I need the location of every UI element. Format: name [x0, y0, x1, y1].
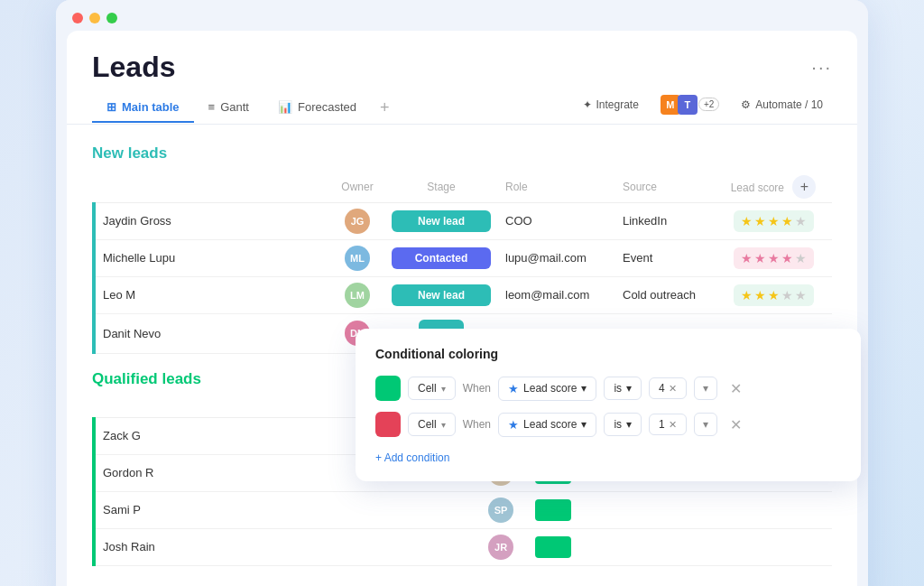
automate-label: Automate / 10: [755, 98, 823, 111]
value-badge-1[interactable]: 4 ✕: [649, 377, 687, 399]
window-body: Leads ··· ⊞ Main table ≡ Gantt 📊 Forecas…: [67, 31, 857, 586]
lead-owner: LM: [330, 276, 384, 313]
cell-label-1: Cell: [418, 382, 437, 395]
stage-badge: New lead: [392, 284, 491, 306]
chevron-icon: ▾: [626, 418, 632, 431]
cell-select-2[interactable]: Cell ▾: [408, 413, 456, 436]
tab-forecasted[interactable]: 📊 Forecasted: [263, 93, 371, 123]
lead-name: Danit Nevo: [94, 313, 330, 353]
tab-main-table[interactable]: ⊞ Main table: [92, 93, 194, 123]
table-icon: ⊞: [106, 100, 116, 114]
operator-select-1[interactable]: is ▾: [604, 377, 642, 400]
chevron-icon: ▾: [441, 384, 446, 394]
new-leads-title: New leads: [92, 144, 832, 163]
lead-score[interactable]: ★ ★ ★ ★ ★: [715, 239, 832, 276]
star-rating: ★ ★ ★ ★ ★: [734, 210, 814, 232]
tab-gantt-label: Gantt: [220, 100, 249, 114]
avatar: SP: [488, 498, 513, 523]
dot-red[interactable]: [72, 13, 83, 23]
stage-badge: New lead: [392, 210, 491, 232]
value-text-1: 4: [659, 382, 665, 395]
chevron-icon: ▾: [441, 420, 446, 430]
lead-owner: JR: [474, 528, 528, 565]
avatar: JR: [488, 535, 513, 560]
app-logos: M T +2: [661, 95, 719, 115]
field-select-2[interactable]: ★ Lead score ▾: [498, 413, 596, 437]
integrate-label: Integrate: [596, 98, 639, 111]
condition-row-1: Cell ▾ When ★ Lead score ▾ is ▾ 4 ✕ ▾: [375, 376, 841, 401]
lead-score[interactable]: ★ ★ ★ ★ ★: [715, 202, 832, 239]
col-name-header: [94, 172, 330, 203]
table-row: Michelle Lupu ML Contacted lupu@mail.com…: [94, 239, 832, 276]
cell-select-1[interactable]: Cell ▾: [408, 377, 456, 400]
value-badge-2[interactable]: 1 ✕: [649, 414, 687, 435]
teams-logo: T: [678, 95, 698, 115]
operator-select-2[interactable]: is ▾: [604, 413, 642, 436]
lead-source: Event: [615, 239, 715, 276]
conditional-coloring-popup: Conditional coloring Cell ▾ When ★ Lead …: [356, 329, 861, 481]
condition-row-2: Cell ▾ When ★ Lead score ▾ is ▾ 1 ✕ ▾: [375, 412, 841, 437]
more-button[interactable]: ···: [811, 57, 832, 78]
lead-owner: ML: [330, 239, 384, 276]
lead-stage[interactable]: New lead: [384, 276, 498, 313]
col-stage-header: Stage: [384, 172, 498, 203]
chevron-icon: ▾: [581, 418, 587, 431]
tabs-bar: ⊞ Main table ≡ Gantt 📊 Forecasted + ✦ In…: [67, 84, 857, 125]
color-swatch-green[interactable]: [375, 376, 401, 401]
lead-name: Sami P: [94, 491, 474, 528]
field-select-1[interactable]: ★ Lead score ▾: [498, 377, 596, 401]
when-label-1: When: [463, 382, 491, 395]
table-row: Sami P SP: [94, 491, 832, 528]
popup-title: Conditional coloring: [375, 347, 841, 361]
field-label-1: Lead score: [523, 382, 577, 395]
operator-label-1: is: [614, 382, 622, 395]
field-label-2: Lead score: [523, 418, 577, 431]
lead-name: Leo M: [94, 276, 330, 313]
chevron-icon: ▾: [626, 382, 632, 395]
operator-label-2: is: [614, 418, 622, 431]
lead-score[interactable]: ★ ★ ★ ★ ★: [715, 276, 832, 313]
color-swatch-red[interactable]: [375, 412, 401, 437]
automate-icon: ⚙: [741, 98, 751, 111]
tab-gantt[interactable]: ≡ Gantt: [194, 93, 263, 123]
stage-badge: Contacted: [392, 247, 491, 269]
dot-yellow[interactable]: [89, 13, 100, 23]
lead-name: Josh Rain: [94, 528, 474, 565]
dot-green[interactable]: [106, 13, 117, 23]
lead-stage[interactable]: Contacted: [384, 239, 498, 276]
add-condition-button[interactable]: + Add condition: [375, 451, 449, 464]
avatar: JG: [345, 209, 370, 234]
new-leads-table: Owner Stage Role Source Lead score + Jay…: [92, 172, 832, 354]
lead-role: lupu@mail.com: [498, 239, 615, 276]
lead-stage[interactable]: New lead: [384, 202, 498, 239]
automate-button[interactable]: ⚙ Automate / 10: [732, 95, 832, 115]
value-clear-icon[interactable]: ✕: [669, 383, 677, 395]
expand-button-1[interactable]: ▾: [694, 377, 717, 400]
close-condition-1[interactable]: ✕: [725, 378, 747, 399]
avatar: LM: [345, 283, 370, 308]
avatar: ML: [345, 246, 370, 271]
page-header: Leads ···: [67, 31, 857, 84]
star-rating: ★ ★ ★ ★ ★: [734, 284, 814, 306]
lead-role: leom@mail.com: [498, 276, 615, 313]
lead-owner: JG: [330, 202, 384, 239]
close-condition-2[interactable]: ✕: [725, 414, 747, 435]
toolbar-right: ✦ Integrate M T +2 ⚙ Automate / 10: [574, 95, 833, 120]
gantt-icon: ≡: [208, 100, 216, 114]
expand-button-2[interactable]: ▾: [694, 413, 717, 436]
lead-role: COO: [498, 202, 615, 239]
integrate-icon: ✦: [583, 98, 592, 111]
chevron-icon: ▾: [581, 382, 587, 395]
lead-owner: SP: [474, 491, 528, 528]
logos-badge: +2: [698, 98, 719, 111]
lead-source: LinkedIn: [615, 202, 715, 239]
add-tab-button[interactable]: +: [371, 91, 399, 125]
lead-source: Cold outreach: [615, 276, 715, 313]
app-window: Leads ··· ⊞ Main table ≡ Gantt 📊 Forecas…: [56, 0, 868, 586]
integrate-button[interactable]: ✦ Integrate: [574, 95, 648, 115]
table-row: Josh Rain JR: [94, 528, 832, 565]
add-column-button[interactable]: +: [792, 175, 816, 199]
col-owner-header: Owner: [330, 172, 384, 203]
value-clear-icon[interactable]: ✕: [669, 419, 677, 431]
tab-forecasted-label: Forecasted: [298, 100, 356, 114]
